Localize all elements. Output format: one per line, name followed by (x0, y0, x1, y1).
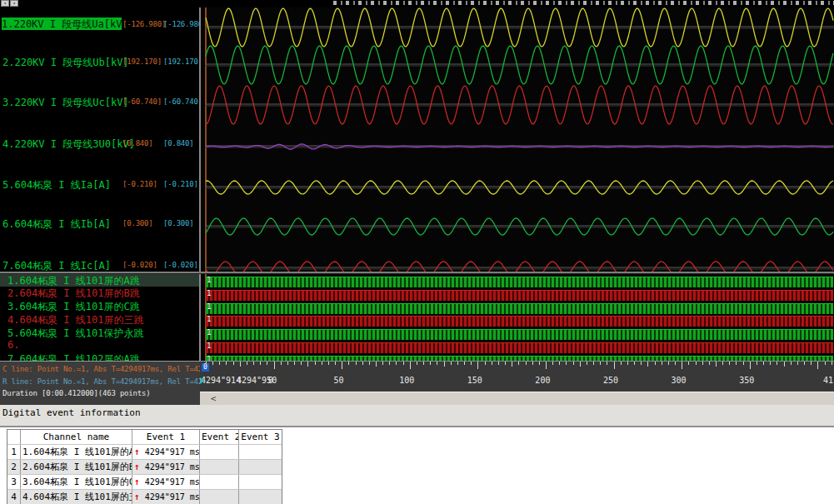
axis-tick (757, 362, 757, 365)
event-table-row[interactable]: 44.604柘泉 I 线101屏的三跳↑4294"917 ms (7, 489, 282, 504)
axis-tick-label: 41 (823, 376, 833, 385)
axis-tick (389, 362, 390, 365)
scroll-left-button[interactable]: < (207, 392, 220, 405)
event-channel-name: 3.604柘泉 I 线101屏的C跳 (20, 475, 132, 489)
axis-tick (233, 362, 234, 365)
digital-channel-row[interactable]: 2.604柘泉 I 线101屏的B跳 (0, 287, 200, 299)
analog-channel-label[interactable]: 1.220KV I 段母线Ua[kV] (2, 17, 122, 30)
axis-tick (294, 362, 295, 365)
axis-tick (485, 362, 486, 365)
axis-tick (688, 362, 689, 365)
analog-channel-row[interactable]: 2.220KV I 段母线Ub[kV][192.170][192.170] (0, 55, 200, 68)
digital-trace-bar[interactable]: 1 (206, 303, 833, 314)
analog-channel-ref-value: [192.170] (163, 57, 200, 66)
axis-tick (301, 362, 302, 365)
r-cursor-marker-icon (200, 377, 205, 384)
analog-channel-label[interactable]: 4.220KV I 段母线3U0[kV] (2, 137, 135, 152)
analog-channel-row[interactable]: 1.220KV I 段母线Ua[kV][-126.980][-126.980] (0, 17, 200, 31)
digital-channel-row[interactable]: 5.604柘泉 I 线101保护永跳 (0, 327, 200, 339)
analog-channel-row[interactable]: 4.220KV I 段母线3U0[kV][0.840][0.840] (0, 137, 200, 150)
horizontal-scrollbar[interactable]: < (200, 392, 834, 405)
axis-tick (552, 362, 553, 365)
event-row-number: 2 (7, 460, 20, 474)
axis-tick (410, 362, 411, 369)
axis-tick-label: 250 (603, 376, 618, 385)
digital-channel-row[interactable]: 3.604柘泉 I 线101屏的C跳 (0, 300, 200, 312)
analog-channel-label[interactable]: 2.220KV I 段母线Ub[kV] (2, 56, 129, 70)
axis-tick (729, 362, 730, 365)
axis-tick (423, 362, 424, 365)
axis-tick (477, 362, 478, 369)
analog-channel-ref-value: [0.300] (163, 219, 194, 227)
toolbar-button-1[interactable]: ▾ (1, 0, 9, 7)
event-3-cell (238, 445, 282, 459)
clipped-title-text (333, 1, 834, 5)
event-table-header-cell: Event 3 (238, 430, 282, 444)
event-time: 4294"917 ms (145, 477, 199, 487)
digital-trace-bar[interactable]: 1 (206, 342, 833, 353)
digital-channel-row[interactable]: 7.604柘泉 I 线102屏的A跳 (0, 352, 200, 361)
event-time: 4294"917 ms (145, 462, 199, 472)
digital-event-table: Channel nameEvent 1Event 2Event 311.604柘… (7, 429, 282, 504)
digital-state-label: 1 (207, 355, 211, 362)
axis-tick (621, 362, 622, 365)
axis-tick (539, 362, 540, 365)
digital-trace-bar[interactable]: 1 (206, 290, 833, 301)
axis-tick (287, 362, 288, 365)
axis-tick (580, 362, 581, 367)
analog-channel-label[interactable]: 3.220KV I 段母线Uc[kV] (2, 96, 129, 110)
axis-tick (722, 362, 723, 365)
axis-tick (641, 362, 642, 365)
event-table-row[interactable]: 22.604柘泉 I 线101屏的B跳↑4294"917 ms (7, 459, 282, 474)
axis-tick (512, 362, 512, 367)
c-cursor-status: C line: Point No.=1, Abs T=4294917ms, Re… (2, 365, 200, 373)
waveform-trace-Uc (206, 86, 833, 124)
rising-edge-arrow-icon: ↑ (134, 447, 140, 457)
axis-tick-label: 0 (268, 376, 273, 385)
analog-digital-separator (0, 272, 834, 274)
axis-tick (307, 362, 308, 367)
analog-channel-row[interactable]: 3.220KV I 段母线Uc[kV][-60.740][-60.740] (0, 95, 200, 108)
panel-splitter[interactable] (199, 7, 201, 406)
digital-trace-bar[interactable]: 1 (206, 329, 833, 340)
axis-tick (348, 362, 349, 365)
event-table-row[interactable]: 11.604柘泉 I 线101屏的A跳↑4294"917 ms (7, 444, 282, 459)
toolbar-button-2[interactable]: ▾ (10, 0, 18, 7)
digital-trace-bar[interactable]: 1 (206, 277, 833, 287)
digital-channel-row[interactable]: 4.604柘泉 I 线101屏的三跳 (0, 313, 200, 326)
digital-channel-row[interactable]: 1.604柘泉 I 线101屏的A跳 (0, 274, 200, 287)
analog-channel-ref-value: [0.840] (163, 139, 194, 147)
axis-tick (342, 362, 342, 369)
axis-tick (811, 362, 812, 365)
axis-tick (444, 362, 445, 367)
axis-tick (784, 362, 785, 367)
axis-tick (797, 362, 798, 365)
axis-tick (825, 362, 826, 365)
axis-tick (696, 362, 697, 365)
waveform-area[interactable]: 1111111 (200, 7, 834, 361)
axis-tick (403, 362, 404, 365)
analog-channel-row[interactable]: 7.604柘泉 I 线Ic[A][-0.020][-0.020] (0, 258, 200, 272)
event-table-row[interactable]: 33.604柘泉 I 线101屏的C跳↑4294"917 ms (7, 474, 282, 489)
axis-tick (226, 362, 227, 365)
analog-channel-row[interactable]: 6.604柘泉 I 线Ib[A][0.300][0.300] (0, 217, 200, 230)
axis-tick (417, 362, 417, 365)
rising-edge-arrow-icon: ↑ (134, 462, 140, 472)
time-axis[interactable]: 4294"9144294"95005010015020025030035041 … (200, 361, 834, 392)
clipped-title-bar: ▾ ▾ (0, 0, 834, 7)
analog-channel-instant-value: [-0.020] (122, 261, 157, 269)
analog-channel-label[interactable]: 5.604柘泉 I 线Ia[A] (2, 178, 111, 192)
digital-trace-bar[interactable]: 1 (206, 316, 833, 327)
analog-channel-ref-value: [-126.980] (163, 20, 200, 28)
analog-channel-label[interactable]: 6.604柘泉 I 线Ib[A] (2, 217, 111, 232)
axis-tick (743, 362, 744, 365)
event-1-cell: ↑4294"917 ms (132, 460, 199, 474)
analog-channel-ref-value: [-60.740] (163, 97, 200, 106)
analog-channel-row[interactable]: 5.604柘泉 I 线Ia[A][-0.210][-0.210] (0, 177, 200, 191)
digital-channel-row[interactable]: 6. (0, 339, 200, 352)
axis-tick (451, 362, 452, 365)
axis-tick (457, 362, 458, 365)
event-2-cell (199, 445, 238, 459)
axis-tick (430, 362, 431, 365)
event-table-header-cell (7, 430, 20, 444)
